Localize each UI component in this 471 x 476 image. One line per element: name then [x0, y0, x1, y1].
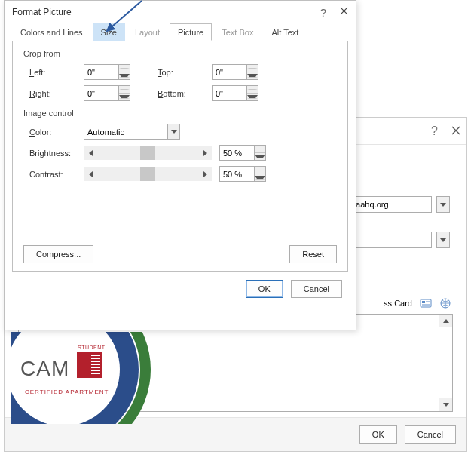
close-icon[interactable]: [340, 7, 348, 17]
svg-rect-1: [422, 301, 425, 303]
ok-button[interactable]: OK: [246, 280, 283, 298]
format-picture-dialog: Format Picture ? Colors and Lines Size L…: [4, 0, 356, 330]
format-picture-footer: OK Cancel: [5, 280, 356, 307]
crop-top-input[interactable]: [212, 64, 246, 80]
chevron-down-icon: [255, 176, 265, 180]
slider-decrease-button[interactable]: [84, 146, 97, 160]
globe-link-icon[interactable]: [439, 297, 451, 309]
chevron-down-icon: [443, 403, 449, 407]
email-input[interactable]: [347, 196, 432, 213]
scroll-up-button[interactable]: [439, 315, 452, 327]
badge-student-text: STUDENT: [78, 345, 106, 350]
badge-certified-text: CERTIFIED APARTMENT: [25, 388, 109, 395]
chevron-down-icon: [119, 95, 130, 99]
tab-size[interactable]: Size: [93, 23, 125, 41]
secondary-input[interactable]: [347, 232, 432, 248]
tab-text-box[interactable]: Text Box: [213, 23, 261, 41]
color-select-value: [84, 124, 167, 139]
chevron-down-icon: [255, 155, 265, 158]
tab-picture[interactable]: Picture: [170, 23, 212, 41]
picture-tab-content: Crop from Left: Top: Right:: [12, 41, 348, 272]
crop-top-spinner[interactable]: [246, 64, 258, 80]
brightness-input[interactable]: [219, 145, 254, 161]
contrast-spinner[interactable]: [254, 166, 266, 182]
slider-thumb[interactable]: [140, 146, 155, 160]
badge-cam-text: CAM: [20, 357, 69, 381]
chevron-left-icon: [89, 150, 93, 156]
color-select[interactable]: [84, 124, 180, 140]
crop-right-spinner[interactable]: [118, 85, 130, 101]
crop-from-label: Crop from: [23, 49, 337, 58]
help-icon[interactable]: ?: [431, 124, 438, 138]
brightness-label: Brightness:: [29, 149, 84, 158]
chevron-down-icon: [247, 95, 258, 99]
slider-increase-button[interactable]: [198, 146, 212, 160]
email-field-row: [347, 196, 450, 213]
slider-decrease-button[interactable]: [84, 167, 97, 181]
close-icon[interactable]: [451, 125, 460, 137]
slider-increase-button[interactable]: [198, 167, 212, 181]
contrast-label: Contrast:: [29, 170, 84, 179]
format-picture-titlebar: Format Picture ?: [5, 1, 356, 23]
email-dropdown-button[interactable]: [436, 196, 450, 213]
crop-right-label: Right:: [29, 89, 84, 98]
scroll-down-button[interactable]: [439, 398, 452, 411]
crop-bottom-input[interactable]: [212, 85, 246, 101]
business-card-row: ss Card: [384, 297, 451, 309]
cancel-button[interactable]: Cancel: [405, 425, 456, 444]
business-card-label: ss Card: [384, 299, 412, 308]
card-icon[interactable]: [420, 297, 432, 309]
help-icon[interactable]: ?: [320, 6, 326, 19]
contrast-input[interactable]: [219, 166, 254, 182]
compress-button[interactable]: Compress...: [23, 245, 93, 263]
chevron-right-icon: [203, 171, 207, 177]
brightness-slider[interactable]: [84, 146, 212, 161]
chevron-up-icon: [255, 170, 265, 170]
chevron-down-icon: [440, 203, 446, 207]
crop-left-input[interactable]: [84, 64, 118, 80]
badge-building-icon: [77, 352, 102, 378]
tab-colors-lines[interactable]: Colors and Lines: [12, 23, 91, 41]
chevron-right-icon: [203, 150, 207, 156]
crop-left-spinner[interactable]: [118, 64, 130, 80]
reset-button[interactable]: Reset: [289, 245, 337, 263]
tab-alt-text[interactable]: Alt Text: [263, 23, 307, 41]
crop-bottom-label: Bottom:: [158, 89, 212, 98]
brightness-spinner[interactable]: [254, 145, 266, 161]
secondary-dropdown-button[interactable]: [436, 232, 450, 248]
crop-right-input[interactable]: [84, 85, 118, 101]
chevron-down-icon: [119, 74, 130, 78]
chevron-down-icon: [167, 124, 179, 139]
crop-bottom-spinner[interactable]: [246, 85, 258, 101]
chevron-up-icon: [247, 89, 258, 90]
dialog-title: Format Picture: [12, 7, 72, 17]
chevron-down-icon: [440, 238, 446, 242]
crop-left-label: Left:: [29, 68, 84, 77]
chevron-up-icon: [255, 149, 265, 149]
contrast-slider[interactable]: [84, 167, 212, 182]
chevron-up-icon: [119, 89, 130, 90]
ok-button[interactable]: OK: [359, 425, 397, 444]
chevron-up-icon: [119, 68, 130, 69]
cam-badge-image: IONA OCIATIO STUDENT CAM CERTIFIED APART…: [11, 332, 202, 424]
image-control-label: Image control: [23, 109, 337, 118]
tab-layout[interactable]: Layout: [127, 23, 168, 41]
chevron-left-icon: [89, 171, 93, 177]
chevron-up-icon: [443, 319, 449, 323]
color-label: Color:: [29, 127, 84, 137]
tab-bar: Colors and Lines Size Layout Picture Tex…: [5, 23, 356, 41]
crop-top-label: Top:: [158, 68, 212, 77]
cancel-button[interactable]: Cancel: [291, 280, 342, 298]
chevron-up-icon: [247, 68, 258, 69]
chevron-down-icon: [247, 74, 258, 78]
secondary-field-row: [347, 232, 450, 248]
slider-thumb[interactable]: [140, 167, 155, 181]
